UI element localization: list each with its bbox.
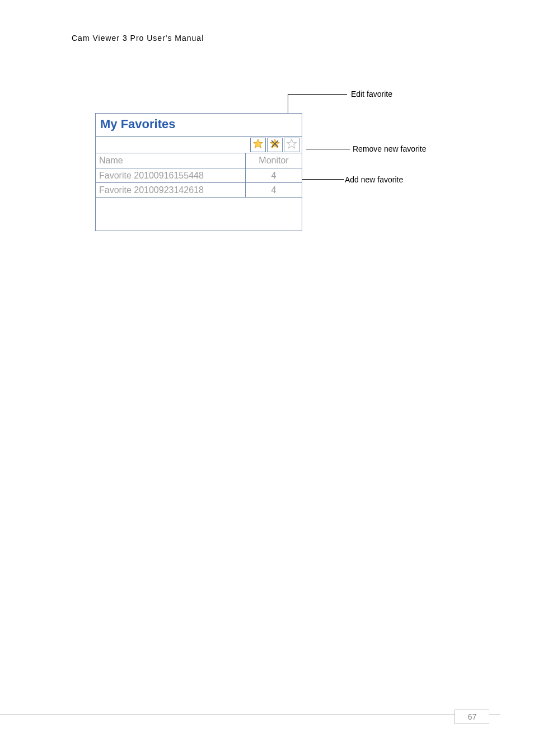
footer-rule [0, 714, 456, 715]
panel-empty-area [96, 197, 302, 231]
table-row[interactable]: Favorite 20100916155448 4 [96, 168, 302, 182]
table-header-row: Name Monitor [96, 153, 302, 168]
column-header-monitor[interactable]: Monitor [246, 153, 302, 168]
column-header-name[interactable]: Name [96, 153, 246, 168]
callout-edit-favorite: Edit favorite [351, 90, 392, 98]
favorite-monitor-cell: 4 [246, 168, 302, 182]
svg-marker-0 [254, 139, 263, 148]
callout-line [306, 149, 350, 149]
favorites-table: Name Monitor Favorite 20100916155448 4 F… [96, 153, 302, 197]
star-remove-icon [269, 138, 280, 152]
page-header: Cam Viewer 3 Pro User's Manual [72, 34, 204, 43]
table-row[interactable]: Favorite 20100923142618 4 [96, 182, 302, 197]
callout-remove-favorite: Remove new favorite [353, 144, 427, 153]
callout-add-favorite: Add new favorite [345, 175, 403, 184]
star-edit-icon [252, 138, 264, 152]
favorites-toolbar [96, 136, 302, 153]
favorite-name-cell: Favorite 20100923142618 [96, 183, 246, 197]
footer-rule-tail [489, 714, 500, 715]
my-favorites-panel: My Favorites Name Monitor [95, 113, 302, 231]
edit-favorite-button[interactable] [250, 138, 266, 152]
svg-marker-4 [287, 139, 297, 148]
page-number: 67 [455, 710, 489, 724]
panel-title: My Favorites [96, 114, 302, 136]
callout-line [288, 94, 347, 95]
favorite-name-cell: Favorite 20100916155448 [96, 168, 246, 182]
remove-favorite-button[interactable] [267, 138, 283, 152]
star-add-icon [286, 138, 297, 152]
add-favorite-button[interactable] [284, 138, 299, 152]
favorite-monitor-cell: 4 [246, 183, 302, 197]
